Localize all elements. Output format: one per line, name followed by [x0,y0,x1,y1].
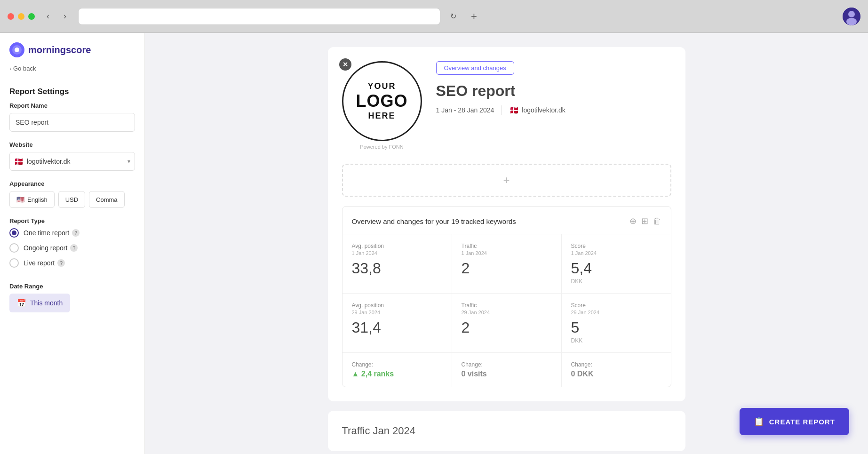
edit-section-icon[interactable]: ⊞ [641,216,648,226]
denmark-flag-icon: 🇩🇰 [14,157,24,166]
stat-cell-avg-change: Change: ▲ 2,4 ranks [342,353,452,387]
logo-area: YOUR LOGO HERE ✕ Powered by FONN [342,61,422,150]
avg-pos-label-1: Avg. position [352,243,442,249]
score-value-2: 5 [571,319,661,336]
logo-placeholder: YOUR LOGO HERE [342,61,422,141]
svg-point-2 [846,18,857,25]
logo-remove-button[interactable]: ✕ [339,58,351,71]
score-label-2: Score [571,302,661,309]
change-label-2: Change: [462,361,483,368]
logo-text-your: YOUR [367,81,396,91]
create-report-button[interactable]: 📋 CREATE REPORT [740,408,849,435]
close-traffic-light[interactable] [8,13,14,20]
sidebar-section-title: Report Settings [0,80,144,102]
forward-button[interactable]: › [57,9,72,24]
us-flag-icon: 🇺🇸 [16,196,24,203]
svg-point-1 [848,11,855,17]
stat-cell-traffic-1: Traffic 1 Jan 2024 2 [452,234,562,293]
back-button[interactable]: ‹ [40,9,56,24]
add-icon: + [503,174,510,187]
add-block[interactable]: + [342,164,671,197]
report-info: Overview and changes SEO report 1 Jan - … [436,61,671,150]
radio-one-time[interactable]: One time report ? [9,228,135,238]
traffic-label-1: Traffic [462,243,552,249]
ongoing-info-icon[interactable]: ? [70,244,78,252]
report-name-label: Report Name [9,102,135,109]
user-avatar[interactable] [843,8,860,25]
score-value-1: 5,4 [571,260,661,277]
language-button[interactable]: 🇺🇸 English [9,191,55,208]
radio-live[interactable]: Live report ? [9,258,135,268]
report-type-label: Report Type [9,217,135,224]
radio-ongoing[interactable]: Ongoing report ? [9,243,135,253]
address-bar[interactable] [78,8,440,25]
logo-text-here: HERE [368,111,395,121]
decimal-button[interactable]: Comma [89,191,125,208]
live-info-icon[interactable]: ? [57,259,65,267]
brand-header: morningscore [0,33,144,65]
avg-pos-label-2: Avg. position [352,302,442,309]
stat-cell-avg-pos-2: Avg. position 29 Jan 2024 31,4 [342,294,452,352]
website-field: Website 🇩🇰 logotilvektor.dk ▾ [0,141,144,180]
report-title: SEO report [436,82,671,100]
browser-chrome: ‹ › ↻ + [0,0,868,33]
score-change-value: 0 DKK [571,370,661,378]
move-icon[interactable]: ⊕ [629,216,637,226]
report-header: YOUR LOGO HERE ✕ Powered by FONN Overvie… [342,61,671,150]
stats-row-change: Change: ▲ 2,4 ranks Change: 0 visits Cha… [342,353,671,387]
radio-ongoing-label: Ongoing report ? [24,244,78,252]
logo-text-logo: LOGO [356,91,408,111]
stats-header: Overview and changes for your 19 tracked… [342,207,671,234]
date-range-label: Date Range [9,283,135,290]
traffic-title: Traffic Jan 2024 [342,425,671,437]
report-meta: 1 Jan - 28 Jan 2024 🇩🇰 logotilvektor.dk [436,105,671,115]
brand-logo-icon [9,42,24,57]
stats-row-2: Avg. position 29 Jan 2024 31,4 Traffic 2… [342,294,671,353]
traffic-lights [8,13,35,20]
nav-buttons: ‹ › [40,9,72,24]
traffic-label-2: Traffic [462,302,552,309]
app-layout: morningscore ‹ Go back Report Settings R… [0,33,868,454]
one-time-info-icon[interactable]: ? [72,229,80,237]
change-label-1: Change: [352,361,373,368]
score-date-2: 29 Jan 2024 [571,310,661,315]
score-currency-1: DKK [571,278,661,285]
new-tab-button[interactable]: + [467,9,482,24]
radio-ongoing-indicator [9,243,19,253]
fullscreen-traffic-light[interactable] [28,13,35,20]
stat-cell-traffic-2: Traffic 29 Jan 2024 2 [452,294,562,352]
appearance-row: 🇺🇸 English USD Comma [9,191,135,208]
stat-cell-avg-pos-1: Avg. position 1 Jan 2024 33,8 [342,234,452,293]
radio-one-time-label: One time report ? [24,229,80,237]
score-currency-2: DKK [571,337,661,344]
website-select[interactable]: logotilvektor.dk [9,152,135,171]
traffic-value-2: 2 [462,319,552,336]
report-type-section: Report Type One time report ? Ongoing re… [0,217,144,283]
avg-change-label: Change: [352,361,442,368]
stats-actions: ⊕ ⊞ 🗑 [629,216,661,226]
report-card: YOUR LOGO HERE ✕ Powered by FONN Overvie… [328,47,685,401]
report-date-range: 1 Jan - 28 Jan 2024 [436,106,494,114]
refresh-button[interactable]: ↻ [446,9,461,24]
go-back-link[interactable]: ‹ Go back [0,65,144,80]
radio-live-indicator [9,258,19,268]
website-label: Website [9,141,135,148]
report-name-input[interactable] [9,113,135,132]
sidebar: morningscore ‹ Go back Report Settings R… [0,33,145,454]
stat-cell-score-2: Score 29 Jan 2024 5 DKK [562,294,671,352]
delete-section-icon[interactable]: 🗑 [653,216,661,226]
avg-change-value: ▲ 2,4 ranks [352,370,442,378]
radio-one-time-indicator [9,228,19,238]
chevron-down-icon: ▾ [127,158,130,165]
main-content: YOUR LOGO HERE ✕ Powered by FONN Overvie… [145,33,868,454]
denmark-flag-small-icon: 🇩🇰 [510,106,519,115]
language-label: English [27,196,48,203]
calendar-icon: 📅 [17,299,26,308]
brand-name: morningscore [28,45,91,56]
minimize-traffic-light[interactable] [18,13,24,20]
avg-pos-value-2: 31,4 [352,319,442,336]
currency-button[interactable]: USD [58,191,85,208]
date-range-button[interactable]: 📅 This month [9,294,70,312]
traffic-value-1: 2 [462,260,552,277]
stat-cell-score-change: Change: 0 DKK [562,353,671,387]
